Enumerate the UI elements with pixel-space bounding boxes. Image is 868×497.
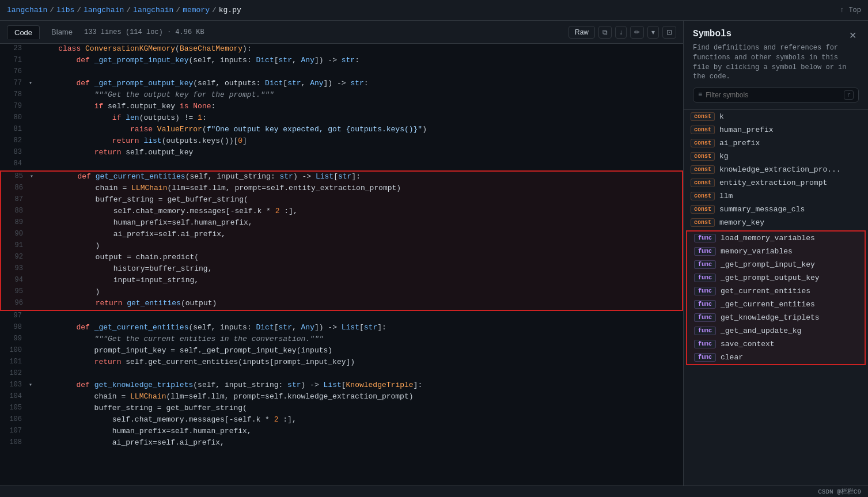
code-line: class ConversationKGMemory(BaseChatMemor… bbox=[38, 44, 683, 54]
symbol-badge-const: const bbox=[691, 112, 715, 121]
code-line: prompt_input_key = self._get_prompt_inpu… bbox=[38, 346, 683, 355]
fold-button bbox=[30, 206, 39, 207]
raw-button[interactable]: Raw bbox=[568, 26, 595, 39]
symbol-item-knowledge_extraction_pro[interactable]: const knowledge_extraction_pro... bbox=[684, 163, 868, 176]
symbol-badge-func: func bbox=[694, 340, 716, 348]
breadcrumb-langchain2[interactable]: langchain bbox=[84, 6, 124, 14]
fold-button bbox=[29, 369, 38, 370]
symbol-item-load_memory_variables[interactable]: func load_memory_variables bbox=[687, 232, 865, 245]
symbol-item-get_current_entities[interactable]: func get_current_entities bbox=[687, 284, 865, 298]
symbol-item-_get_current_entities[interactable]: func _get_current_entities bbox=[687, 298, 865, 311]
code-row: 93 history=buffer_string, bbox=[1, 264, 682, 275]
more-button[interactable]: ▾ bbox=[647, 26, 659, 39]
symbol-badge-func: func bbox=[694, 274, 716, 282]
panel-button[interactable]: ⊡ bbox=[662, 26, 676, 39]
fold-button bbox=[29, 101, 38, 103]
symbol-name: _get_and_update_kg bbox=[721, 327, 801, 335]
symbol-item-kg[interactable]: const kg bbox=[684, 150, 868, 163]
symbol-item-save_context[interactable]: func save_context bbox=[687, 337, 865, 351]
symbol-item-ai_prefix[interactable]: const ai_prefix bbox=[684, 136, 868, 150]
code-line: return self.output_key bbox=[38, 147, 683, 157]
line-number: 97 bbox=[0, 311, 29, 320]
code-line: output = chain.predict( bbox=[39, 252, 682, 262]
line-number: 102 bbox=[0, 369, 29, 378]
line-number: 90 bbox=[1, 229, 30, 238]
breadcrumb-memory[interactable]: memory bbox=[183, 6, 210, 14]
fold-button bbox=[29, 55, 38, 56]
code-row: 101 return self.get_current_entities(inp… bbox=[0, 357, 683, 369]
symbol-name: _get_prompt_input_key bbox=[721, 260, 815, 269]
fold-button bbox=[29, 113, 38, 114]
symbol-badge-const: const bbox=[691, 205, 715, 214]
line-number: 96 bbox=[1, 298, 30, 308]
edit-button[interactable]: ✏ bbox=[630, 26, 644, 39]
code-row: 95 ) bbox=[1, 287, 682, 298]
download-button[interactable]: ↓ bbox=[615, 26, 627, 39]
symbol-item-clear[interactable]: func clear bbox=[687, 351, 865, 364]
code-row: 87 buffer_string = get_buffer_string( bbox=[1, 195, 682, 206]
symbol-item-_get_prompt_output_key[interactable]: func _get_prompt_output_key bbox=[687, 271, 865, 284]
fold-button bbox=[29, 124, 38, 126]
code-row: 76 bbox=[0, 67, 683, 78]
copy-button[interactable]: ⧉ bbox=[598, 26, 612, 39]
symbol-item-entity_extraction_prompt[interactable]: const entity_extraction_prompt bbox=[684, 176, 868, 189]
code-row: 84 bbox=[0, 159, 683, 170]
breadcrumb-file: kg.py bbox=[219, 6, 241, 14]
line-number: 83 bbox=[0, 147, 29, 157]
code-line: history=buffer_string, bbox=[39, 264, 682, 274]
code-line: ) bbox=[39, 241, 682, 251]
symbol-badge-func: func bbox=[694, 327, 716, 335]
fold-button[interactable]: ▾ bbox=[30, 172, 39, 180]
symbol-item-k[interactable]: const k bbox=[684, 110, 868, 123]
symbols-search-box[interactable]: ≡ r bbox=[693, 88, 859, 103]
code-tab[interactable]: Code bbox=[7, 25, 40, 39]
symbol-item-memory_key[interactable]: const memory_key bbox=[684, 216, 868, 229]
code-line: human_prefix=self.human_prefix, bbox=[39, 218, 682, 227]
symbol-item-get_knowledge_triplets[interactable]: func get_knowledge_triplets bbox=[687, 311, 865, 324]
breadcrumb-langchain3[interactable]: langchain bbox=[133, 6, 173, 14]
symbol-item-human_prefix[interactable]: const human_prefix bbox=[684, 123, 868, 136]
symbol-name: llm bbox=[719, 192, 733, 200]
symbols-search-input[interactable] bbox=[706, 91, 840, 99]
symbol-name: _get_current_entities bbox=[721, 300, 815, 309]
breadcrumb-libs[interactable]: libs bbox=[56, 6, 74, 14]
symbol-item-_get_and_update_kg[interactable]: func _get_and_update_kg bbox=[687, 324, 865, 337]
top-label[interactable]: Top bbox=[848, 6, 861, 14]
symbol-item-summary_message_cls[interactable]: const summary_message_cls bbox=[684, 203, 868, 216]
fold-button bbox=[29, 392, 38, 393]
fold-button[interactable]: ▾ bbox=[29, 380, 38, 388]
code-line: chain = LLMChain(llm=self.llm, prompt=se… bbox=[38, 392, 683, 401]
code-line: def _get_current_entities(self, inputs: … bbox=[38, 323, 683, 332]
code-line: if self.output_key is None: bbox=[38, 101, 683, 111]
code-row: 104 chain = LLMChain(llm=self.llm, promp… bbox=[0, 392, 683, 403]
line-number: 99 bbox=[0, 334, 29, 343]
symbol-item-memory_variables[interactable]: func memory_variables bbox=[687, 245, 865, 258]
fold-button bbox=[30, 183, 39, 184]
file-meta: 133 lines (114 loc) · 4.96 KB bbox=[84, 28, 564, 36]
code-line: ai_prefix=self.ai_prefix, bbox=[39, 229, 682, 239]
main-layout: Code Blame 133 lines (114 loc) · 4.96 KB… bbox=[0, 21, 868, 485]
fold-button bbox=[29, 90, 38, 91]
symbol-badge-const: const bbox=[691, 179, 715, 187]
symbol-item-_get_prompt_input_key[interactable]: func _get_prompt_input_key bbox=[687, 258, 865, 271]
code-row: 78 """Get the output key for the prompt.… bbox=[0, 90, 683, 101]
breadcrumb: langchain / libs / langchain / langchain… bbox=[7, 6, 241, 14]
symbol-name: memory_variables bbox=[721, 247, 793, 256]
symbols-close-button[interactable]: ✕ bbox=[847, 28, 859, 43]
code-row: 82 return list(outputs.keys())[0] bbox=[0, 136, 683, 147]
fold-button[interactable]: ▾ bbox=[29, 78, 38, 86]
symbol-name: save_context bbox=[721, 340, 775, 348]
symbols-header: Symbols ✕ Find definitions and reference… bbox=[684, 21, 868, 110]
line-number: 79 bbox=[0, 101, 29, 111]
code-area: 23 class ConversationKGMemory(BaseChatMe… bbox=[0, 44, 683, 485]
breadcrumb-langchain1[interactable]: langchain bbox=[7, 6, 47, 14]
fold-button bbox=[30, 229, 39, 230]
line-number: 100 bbox=[0, 346, 29, 355]
code-line: ai_prefix=self.ai_prefix, bbox=[38, 438, 683, 447]
symbol-item-llm[interactable]: const llm bbox=[684, 189, 868, 203]
code-row: 106 self.chat_memory.messages[-self.k * … bbox=[0, 415, 683, 426]
blame-tab[interactable]: Blame bbox=[44, 25, 79, 39]
code-line bbox=[38, 369, 683, 370]
line-number: 106 bbox=[0, 415, 29, 424]
line-number: 81 bbox=[0, 124, 29, 134]
